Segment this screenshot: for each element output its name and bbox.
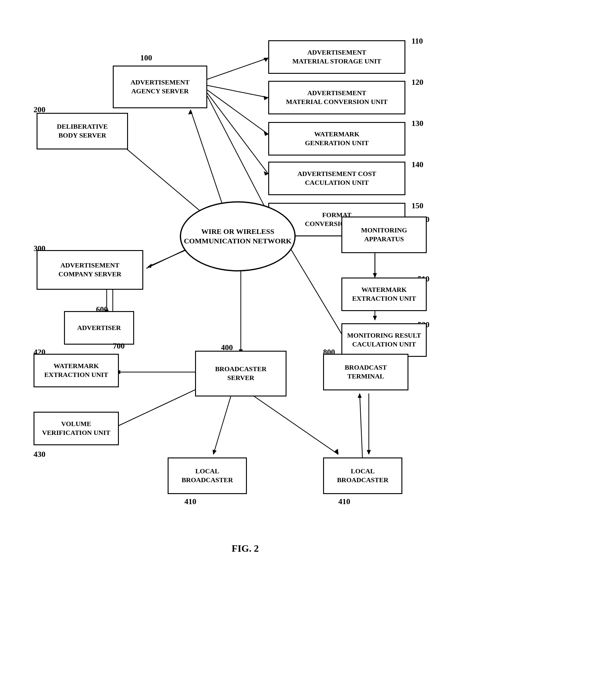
svg-marker-3	[264, 96, 268, 100]
watermark-ext1-box: WATERMARKEXTRACTION UNIT	[341, 277, 427, 311]
broadcaster-server-box: BROADCASTERSERVER	[195, 351, 287, 397]
broadcast-terminal-box: BROADCASTTERMINAL	[323, 354, 409, 390]
svg-line-6	[207, 93, 268, 174]
material-storage-box: ADVERTISEMENTMATERIAL STORAGE UNIT	[268, 40, 406, 74]
local-broadcaster2-box: LOCALBROADCASTER	[323, 457, 402, 494]
svg-line-2	[207, 85, 268, 98]
agency-server-box: ADVERTISEMENTAGENCY SERVER	[113, 66, 207, 108]
label-150: 150	[412, 201, 423, 210]
svg-line-0	[207, 58, 268, 79]
label-100: 100	[140, 53, 152, 63]
svg-marker-39	[367, 450, 371, 454]
svg-marker-7	[264, 172, 268, 176]
fig-label: FIG. 2	[232, 543, 259, 554]
svg-marker-27	[373, 316, 377, 320]
svg-line-30	[213, 394, 232, 454]
svg-marker-5	[264, 132, 268, 136]
label-430: 430	[33, 450, 45, 459]
diagram: 100 ADVERTISEMENTAGENCY SERVER 110 ADVER…	[18, 18, 597, 644]
svg-marker-17	[148, 264, 151, 268]
cost-calc-box: ADVERTISEMENT COSTCACULATION UNIT	[268, 161, 406, 195]
advertiser-box: ADVERTISER	[64, 311, 134, 345]
label-110: 110	[412, 36, 423, 46]
label-600: 600	[96, 305, 108, 314]
svg-marker-43	[358, 394, 361, 398]
svg-line-4	[207, 90, 268, 134]
svg-line-32	[250, 394, 338, 454]
label-120: 120	[412, 78, 423, 87]
local-broadcaster1-box: LOCALBROADCASTER	[168, 457, 247, 494]
monitoring-box: MONITORINGAPPARATUS	[341, 217, 427, 253]
svg-line-12	[113, 137, 210, 220]
deliberative-box: DELIBERATIVEBODY SERVER	[36, 113, 128, 149]
watermark-gen-box: WATERMARKGENERATION UNIT	[268, 122, 406, 155]
label-130: 130	[412, 119, 423, 128]
ad-company-box: ADVERTISEMENTCOMPANY SERVER	[36, 250, 143, 290]
svg-marker-1	[264, 58, 268, 62]
label-410-left: 410	[184, 497, 196, 506]
svg-line-42	[360, 394, 363, 464]
volume-verif-box: VOLUMEVERIFICATION UNIT	[33, 412, 119, 445]
watermark-ext2-box: WATERMARKEXTRACTION UNIT	[33, 354, 119, 387]
svg-line-8	[207, 96, 268, 214]
label-140: 140	[412, 160, 423, 169]
label-410-right: 410	[338, 497, 350, 506]
material-conversion-box: ADVERTISEMENTMATERIAL CONVERSION UNIT	[268, 81, 406, 114]
svg-marker-11	[188, 110, 192, 114]
svg-marker-31	[213, 450, 216, 454]
svg-marker-25	[373, 273, 377, 277]
network-ellipse: WIRE OR WIRELESSCOMMUNICATION NETWORK	[180, 201, 296, 271]
label-700: 700	[113, 342, 125, 351]
svg-marker-33	[335, 449, 338, 454]
monitoring-result-box: MONITORING RESULTCACULATION UNIT	[341, 323, 427, 357]
